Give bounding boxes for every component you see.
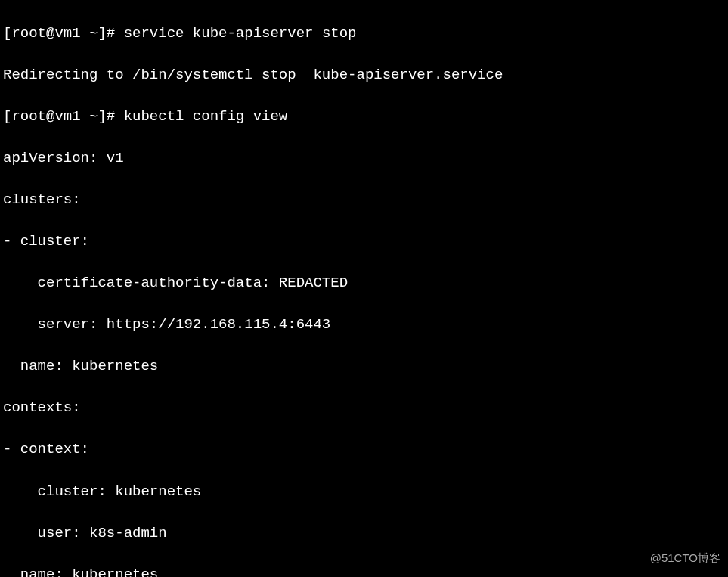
output-line: contexts: (3, 398, 725, 419)
command: service kube-apiserver stop (124, 25, 357, 42)
output-line: Redirecting to /bin/systemctl stop kube-… (3, 65, 725, 86)
terminal-output[interactable]: [root@vm1 ~]# service kube-apiserver sto… (0, 0, 728, 577)
prompt-line: [root@vm1 ~]# service kube-apiserver sto… (3, 23, 725, 45)
output-line: - context: (3, 439, 725, 461)
output-line: name: kubernetes (3, 356, 725, 377)
prompt: [root@vm1 ~]# (3, 108, 124, 125)
output-line: clusters: (3, 190, 725, 211)
output-line: cluster: kubernetes (3, 482, 725, 503)
output-line: - cluster: (3, 231, 725, 253)
output-line: apiVersion: v1 (3, 148, 725, 169)
watermark: @51CTO博客 (650, 550, 720, 566)
command: kubectl config view (124, 108, 288, 125)
output-line: name: kubernetes (3, 565, 725, 577)
prompt: [root@vm1 ~]# (3, 25, 124, 42)
output-line: certificate-authority-data: REDACTED (3, 273, 725, 294)
output-line: user: k8s-admin (3, 523, 725, 544)
prompt-line: [root@vm1 ~]# kubectl config view (3, 107, 725, 128)
output-line: server: https://192.168.115.4:6443 (3, 315, 725, 336)
